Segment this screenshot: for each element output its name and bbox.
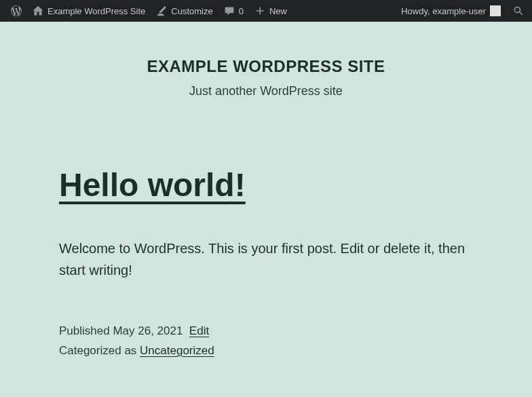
home-icon — [33, 5, 43, 16]
post-excerpt: Welcome to WordPress. This is your first… — [59, 238, 473, 281]
site-header: EXAMPLE WORDPRESS SITE Just another Word… — [0, 22, 532, 126]
site-tagline: Just another WordPress site — [0, 84, 532, 98]
new-label: New — [269, 6, 287, 16]
category-link[interactable]: Uncategorized — [140, 344, 214, 357]
site-name-label: Example WordPress Site — [48, 6, 145, 16]
post-category-line: Categorized as Uncategorized — [59, 341, 473, 361]
avatar — [490, 5, 501, 16]
main-content: Hello world! Welcome to WordPress. This … — [59, 126, 473, 361]
post-title-link[interactable]: Hello world! — [59, 167, 246, 203]
post-meta: Published May 26, 2021 Edit Categorized … — [59, 322, 473, 361]
wordpress-logo-icon — [11, 5, 22, 16]
site-name-menu[interactable]: Example WordPress Site — [27, 0, 151, 22]
wp-admin-bar: Example WordPress Site Customize 0 New H… — [0, 0, 532, 22]
comment-icon — [224, 5, 235, 16]
admin-bar-left: Example WordPress Site Customize 0 New — [5, 0, 292, 22]
published-label: Published — [59, 324, 113, 337]
customize-label: Customize — [171, 6, 212, 16]
paintbrush-icon — [156, 5, 167, 16]
search-icon — [513, 5, 524, 16]
site-title[interactable]: EXAMPLE WORDPRESS SITE — [0, 57, 532, 76]
post-title: Hello world! — [59, 166, 473, 204]
search-menu[interactable] — [506, 0, 527, 22]
howdy-label: Howdy, example-user — [401, 6, 486, 16]
published-date: May 26, 2021 — [113, 324, 183, 337]
categorized-label: Categorized as — [59, 344, 140, 357]
plus-icon — [254, 5, 265, 16]
account-menu[interactable]: Howdy, example-user — [396, 0, 506, 22]
new-content-menu[interactable]: New — [249, 0, 292, 22]
comments-menu[interactable]: 0 — [218, 0, 249, 22]
admin-bar-right: Howdy, example-user — [396, 0, 527, 22]
edit-post-link[interactable]: Edit — [189, 324, 209, 337]
comments-count: 0 — [239, 6, 244, 16]
post-published-line: Published May 26, 2021 Edit — [59, 322, 473, 341]
customize-menu[interactable]: Customize — [151, 0, 218, 22]
wp-logo-menu[interactable] — [5, 0, 27, 22]
